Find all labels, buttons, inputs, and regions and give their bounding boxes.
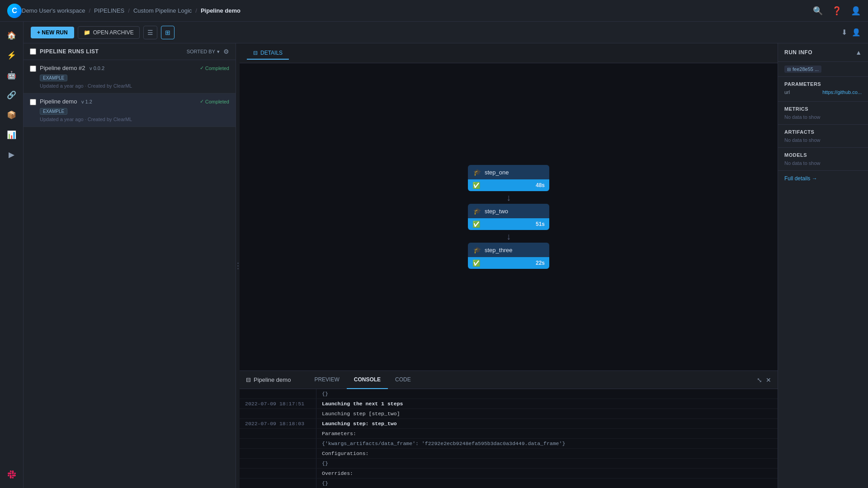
param-value: https://github.co... <box>822 89 862 95</box>
list-view-button[interactable]: ☰ <box>143 26 157 39</box>
open-archive-button[interactable]: 📁 OPEN ARCHIVE <box>78 26 140 39</box>
check-icon: ✓ <box>200 99 204 104</box>
download-icon[interactable]: ⬇ <box>841 28 847 37</box>
run-item-content: Pipeline demo v 1.2 ✓ Completed EXAMPLE … <box>40 98 229 122</box>
panel-tabs: PREVIEW CONSOLE CODE <box>307 371 418 389</box>
console-row: {} <box>240 389 778 399</box>
node-name: step_one <box>485 169 509 176</box>
node-bar: ✅ 22s <box>468 257 549 269</box>
console-row: Configurations: <box>240 449 778 459</box>
console-row: Overrides: <box>240 469 778 479</box>
node-header: 🎓 step_two <box>468 204 549 218</box>
sidebar-pipelines-icon[interactable]: 🔗 <box>4 87 20 103</box>
sidebar-slack-icon[interactable] <box>4 466 20 483</box>
node-check-icon: ✅ <box>472 221 480 228</box>
console-row: Parameters: <box>240 429 778 439</box>
close-button[interactable]: ✕ <box>766 376 771 384</box>
node-arrow: ↓ <box>506 230 511 243</box>
run-item-checkbox[interactable] <box>30 99 36 105</box>
node-time: 51s <box>536 221 545 227</box>
tab-preview[interactable]: PREVIEW <box>307 371 346 389</box>
app-logo: C <box>7 4 22 18</box>
center-section: ⊟ DETAILS 🎓 step_one <box>240 43 778 488</box>
expand-button[interactable]: ⤡ <box>757 376 762 384</box>
sidebar-models-icon[interactable]: 🤖 <box>4 67 20 83</box>
search-icon[interactable]: 🔍 <box>813 6 823 16</box>
console-message: Overrides: <box>316 469 778 478</box>
breadcrumb-pipelines[interactable]: PIPELINES <box>94 7 124 14</box>
run-item-checkbox[interactable] <box>30 66 36 72</box>
resize-handle[interactable] <box>236 43 240 488</box>
pipeline-node[interactable]: 🎓 step_one ✅ 48s <box>468 165 549 191</box>
run-name: Pipeline demo <box>40 98 77 105</box>
content-area: + NEW RUN 📁 OPEN ARCHIVE ☰ ⊞ ⬇ 👤 PIPELIN… <box>24 22 868 488</box>
console-timestamp: 2022-07-09 18:18:03 <box>240 419 316 428</box>
param-key: url <box>784 89 790 95</box>
console-message: {} <box>316 479 778 488</box>
help-icon[interactable]: ❓ <box>832 6 842 16</box>
sidebar-home-icon[interactable]: 🏠 <box>4 27 20 43</box>
metrics-section: METRICS No data to show <box>778 102 868 125</box>
run-item[interactable]: Pipeline demo #2 v 0.0.2 ✓ Completed EXA… <box>24 60 236 94</box>
console-timestamp <box>240 409 316 418</box>
models-no-data: No data to show <box>784 160 862 166</box>
console-row: 2022-07-09 18:17:51 Launching the next 1… <box>240 399 778 409</box>
new-run-button[interactable]: + NEW RUN <box>31 27 74 38</box>
node-time: 48s <box>536 182 545 188</box>
console-tab-label: CONSOLE <box>354 376 381 383</box>
run-name: Pipeline demo #2 <box>40 65 85 71</box>
canvas-area: 🎓 step_one ✅ 48s ↓ <box>240 63 778 371</box>
resize-dots <box>237 263 239 269</box>
tab-code[interactable]: CODE <box>388 371 418 389</box>
run-item-name: Pipeline demo v 1.2 <box>40 98 92 105</box>
main-layout: 🏠 ⚡ 🤖 🔗 📦 📊 ▶ + NEW RUN 📁 OPEN ARCHIVE ☰… <box>0 22 868 488</box>
sidebar-arrow-icon[interactable]: ▶ <box>4 146 20 163</box>
sidebar-datasets-icon[interactable]: 📦 <box>4 107 20 123</box>
console-timestamp <box>240 469 316 478</box>
sidebar-reports-icon[interactable]: 📊 <box>4 127 20 143</box>
console-timestamp <box>240 429 316 438</box>
console-timestamp <box>240 479 316 488</box>
sort-button[interactable]: SORTED BY ▾ <box>187 49 220 55</box>
console-row: Launching step [step_two] <box>240 409 778 419</box>
run-item[interactable]: Pipeline demo v 1.2 ✓ Completed EXAMPLE … <box>24 94 236 127</box>
console-timestamp <box>240 449 316 458</box>
tab-console[interactable]: CONSOLE <box>347 371 388 389</box>
node-arrow: ↓ <box>506 191 511 204</box>
run-tag: EXAMPLE <box>40 75 67 81</box>
filter-icon[interactable]: ⚙ <box>223 48 229 55</box>
archive-icon: 📁 <box>84 29 90 36</box>
pipeline-node[interactable]: 🎓 step_three ✅ 22s <box>468 243 549 269</box>
topbar-actions: 🔍 ❓ 👤 <box>813 6 861 16</box>
console-message: {} <box>316 389 778 399</box>
console-message: {} <box>316 459 778 468</box>
full-details-text: Full details → <box>784 175 817 182</box>
step-icon: 🎓 <box>473 246 481 253</box>
run-version: v 1.2 <box>81 99 92 104</box>
console-message: Launching the next 1 steps <box>316 399 778 408</box>
select-all-checkbox[interactable] <box>30 48 36 55</box>
resize-dot <box>237 263 239 264</box>
preview-tab-label: PREVIEW <box>314 376 339 383</box>
console-message: {'kwargs_artifacts/data_frame': 'f2292e2… <box>316 439 778 448</box>
details-tab[interactable]: ⊟ DETAILS <box>247 47 289 60</box>
run-meta: Updated a year ago · Created by ClearML <box>40 117 229 122</box>
node-header: 🎓 step_three <box>468 243 549 257</box>
node-header: 🎓 step_one <box>468 165 549 179</box>
left-panel: PIPELINE RUNS LIST SORTED BY ▾ ⚙ <box>24 43 236 488</box>
pipeline-icon: ⊟ <box>246 376 251 383</box>
console-message: Launching step: step_two <box>316 419 778 428</box>
user-run-icon[interactable]: 👤 <box>852 28 861 37</box>
breadcrumb-sep1: / <box>89 7 90 14</box>
parameters-title: PARAMETERS <box>784 81 862 87</box>
breadcrumb-custom[interactable]: Custom Pipeline Logic <box>133 7 192 14</box>
user-avatar[interactable]: 👤 <box>851 6 861 16</box>
sidebar-experiments-icon[interactable]: ⚡ <box>4 47 20 63</box>
collapse-icon[interactable]: ▲ <box>855 49 862 56</box>
code-tab-label: CODE <box>395 376 411 383</box>
breadcrumb-workspace[interactable]: Demo User's workspace <box>22 7 85 14</box>
breadcrumb-sep3: / <box>195 7 197 14</box>
pipeline-node[interactable]: 🎓 step_two ✅ 51s <box>468 204 549 230</box>
full-details-link[interactable]: Full details → <box>784 175 862 182</box>
grid-view-button[interactable]: ⊞ <box>161 26 175 39</box>
